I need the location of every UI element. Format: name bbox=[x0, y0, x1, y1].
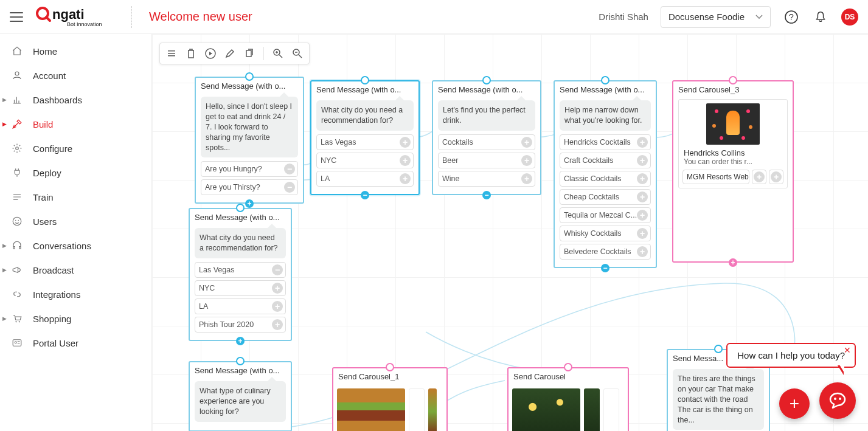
flow-node[interactable]: Send Carousel bbox=[507, 367, 629, 431]
connector-in[interactable] bbox=[361, 76, 369, 84]
connector-in[interactable] bbox=[601, 76, 609, 84]
node-option[interactable]: Are you Thirsty?− bbox=[201, 179, 298, 195]
node-option[interactable]: Cocktails+ bbox=[438, 134, 535, 150]
flow-node[interactable]: Send Message (with o... Let's find you t… bbox=[432, 80, 541, 195]
node-option[interactable]: Hendricks Cocktails+ bbox=[560, 134, 651, 150]
copy-icon[interactable] bbox=[244, 48, 255, 59]
flow-node[interactable]: Send Message (with o... What city do you… bbox=[310, 80, 420, 195]
connector-in[interactable] bbox=[564, 363, 572, 371]
node-option[interactable]: Belvedere Cocktails+ bbox=[560, 244, 651, 260]
play-icon[interactable] bbox=[205, 48, 216, 59]
node-option[interactable]: Phish Tour 2020+ bbox=[195, 317, 286, 333]
avatar[interactable]: DS bbox=[841, 9, 858, 26]
card-action[interactable]: MGM Resorts Web...+ bbox=[682, 170, 749, 184]
node-option[interactable]: NYC+ bbox=[316, 153, 414, 168]
flow-node[interactable]: Send Message (with o... Hello, since I d… bbox=[195, 77, 304, 204]
sidebar-item-train[interactable]: Train bbox=[0, 185, 151, 209]
node-option[interactable]: Las Vegas− bbox=[195, 262, 286, 278]
bot-selector[interactable]: Docusense Foodie bbox=[661, 6, 771, 28]
plus-icon[interactable]: + bbox=[521, 173, 532, 184]
svg-text:Bot Innovation: Bot Innovation bbox=[67, 21, 102, 27]
plus-icon[interactable]: + bbox=[400, 173, 411, 184]
card-action-add[interactable]: + bbox=[752, 170, 766, 184]
node-option[interactable]: NYC+ bbox=[195, 280, 286, 296]
sidebar-item-broadcast[interactable]: ▶ Broadcast bbox=[0, 258, 151, 282]
zoom-out-icon[interactable] bbox=[292, 48, 303, 59]
pencil-icon[interactable] bbox=[224, 48, 235, 59]
sidebar-item-home[interactable]: Home bbox=[0, 39, 151, 63]
sidebar-item-label: Portal User bbox=[33, 338, 78, 348]
sidebar-item-account[interactable]: Account bbox=[0, 63, 151, 88]
minus-icon[interactable]: − bbox=[284, 164, 295, 174]
connector-out[interactable]: − bbox=[601, 264, 609, 272]
node-option[interactable]: LA+ bbox=[195, 298, 286, 314]
hamburger-menu[interactable] bbox=[10, 12, 23, 22]
plus-icon[interactable]: + bbox=[400, 137, 411, 148]
bell-icon[interactable] bbox=[812, 9, 829, 26]
connector-in[interactable] bbox=[245, 72, 254, 81]
plus-icon[interactable]: + bbox=[637, 173, 648, 184]
add-fab[interactable]: + bbox=[779, 388, 810, 419]
connector-out[interactable]: + bbox=[729, 258, 737, 267]
sidebar-item-conversations[interactable]: ▶ Conversations bbox=[0, 233, 151, 258]
connector-in[interactable] bbox=[236, 357, 245, 365]
sidebar-item-label: Dashboards bbox=[33, 95, 82, 105]
plus-icon[interactable]: + bbox=[272, 283, 283, 294]
plus-icon[interactable]: + bbox=[637, 246, 648, 257]
plus-icon[interactable]: + bbox=[637, 228, 648, 239]
node-option[interactable]: Cheap Cocktails+ bbox=[560, 189, 651, 205]
connector-in[interactable] bbox=[482, 76, 491, 84]
connector-out[interactable]: − bbox=[361, 191, 369, 199]
grabber-icon[interactable] bbox=[166, 48, 177, 59]
plus-icon[interactable]: + bbox=[521, 155, 532, 166]
plus-icon[interactable]: + bbox=[637, 137, 648, 148]
sidebar-item-deploy[interactable]: Deploy bbox=[0, 160, 151, 185]
sidebar-item-users[interactable]: Users bbox=[0, 209, 151, 233]
connector-out[interactable]: + bbox=[236, 337, 245, 345]
zoom-in-icon[interactable] bbox=[273, 48, 283, 59]
trash-icon[interactable] bbox=[186, 48, 196, 59]
sidebar-item-build[interactable]: ▶ Build bbox=[0, 112, 151, 136]
flow-node[interactable]: Send Message (with o... Help me narrow d… bbox=[554, 80, 657, 268]
plus-icon[interactable]: + bbox=[637, 210, 648, 221]
connector-out[interactable]: + bbox=[245, 199, 254, 208]
connector-in[interactable] bbox=[714, 345, 723, 353]
node-option[interactable]: Las Vegas+ bbox=[316, 134, 414, 150]
sidebar-item-shopping[interactable]: ▶ Shopping bbox=[0, 306, 151, 331]
sidebar-item-configure[interactable]: Configure bbox=[0, 136, 151, 160]
sidebar-item-portaluser[interactable]: Portal User bbox=[0, 331, 151, 355]
node-option[interactable]: Whisky Cocktails+ bbox=[560, 226, 651, 241]
plus-icon[interactable]: + bbox=[272, 319, 283, 330]
node-option[interactable]: Beer+ bbox=[438, 153, 535, 168]
welcome-text: Welcome new user bbox=[149, 10, 252, 24]
connector-out[interactable]: − bbox=[482, 191, 491, 199]
flow-node[interactable]: Send Carousel_1 bbox=[332, 367, 448, 431]
node-option[interactable]: Tequila or Mezcal C...+ bbox=[560, 207, 651, 223]
plus-icon[interactable]: + bbox=[521, 137, 532, 148]
connector-in[interactable] bbox=[236, 204, 245, 212]
minus-icon[interactable]: − bbox=[284, 182, 295, 193]
node-option[interactable]: Wine+ bbox=[438, 171, 535, 187]
chat-fab[interactable] bbox=[819, 382, 856, 419]
flow-canvas[interactable]: Send Message (with o... Hello, since I d… bbox=[152, 34, 868, 431]
plus-icon[interactable]: + bbox=[272, 301, 283, 312]
plus-icon[interactable]: + bbox=[637, 191, 648, 202]
plus-icon[interactable]: + bbox=[400, 155, 411, 166]
sidebar-item-integrations[interactable]: Integrations bbox=[0, 282, 151, 306]
flow-node[interactable]: Send Carousel_3 Hendricks Collins You ca… bbox=[672, 80, 794, 263]
card-subtitle: You can order this r... bbox=[684, 157, 782, 166]
connector-in[interactable] bbox=[729, 76, 737, 84]
card-action-add[interactable]: + bbox=[769, 170, 783, 184]
sidebar-item-dashboards[interactable]: ▶ Dashboards bbox=[0, 88, 151, 112]
flow-node[interactable]: Send Message (with o... What type of cul… bbox=[189, 361, 292, 431]
minus-icon[interactable]: − bbox=[272, 264, 283, 275]
node-option[interactable]: Are you Hungry?− bbox=[201, 161, 298, 177]
node-option[interactable]: Classic Cocktails+ bbox=[560, 171, 651, 187]
help-icon[interactable]: ? bbox=[783, 9, 800, 26]
plus-icon[interactable]: + bbox=[637, 155, 648, 166]
close-icon[interactable]: ✕ bbox=[844, 345, 851, 355]
flow-node[interactable]: Send Message (with o... What city do you… bbox=[189, 208, 292, 341]
node-option[interactable]: LA+ bbox=[316, 171, 414, 187]
node-option[interactable]: Craft Cocktails+ bbox=[560, 153, 651, 168]
connector-in[interactable] bbox=[386, 363, 394, 371]
